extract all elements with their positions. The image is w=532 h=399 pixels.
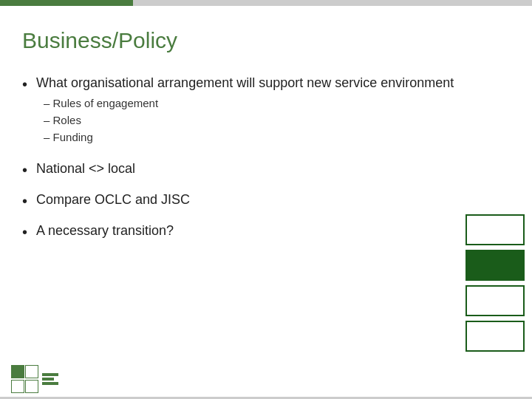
sub-list: Rules of engagement Roles Funding bbox=[36, 97, 510, 143]
list-item: • A necessary transition? bbox=[22, 223, 510, 241]
logo-bars bbox=[42, 373, 58, 385]
color-box-2 bbox=[466, 250, 525, 281]
logo-bar bbox=[42, 382, 58, 385]
sub-list-item: Rules of engagement bbox=[36, 97, 510, 109]
logo-square-outline bbox=[25, 365, 38, 378]
bullet-dot: • bbox=[22, 224, 27, 241]
logo-square-outline bbox=[25, 380, 38, 393]
bullet-text: What organisational arrangement will sup… bbox=[36, 75, 510, 148]
top-bar bbox=[0, 0, 532, 6]
sub-list-item: Roles bbox=[36, 114, 510, 126]
bullet-text: Compare OCLC and JISC bbox=[36, 192, 510, 208]
list-item: • National <> local bbox=[22, 161, 510, 179]
color-box-1 bbox=[466, 214, 525, 245]
color-box-3 bbox=[466, 285, 525, 316]
list-item: • Compare OCLC and JISC bbox=[22, 192, 510, 210]
color-box-4 bbox=[466, 321, 525, 352]
main-content: Business/Policy • What organisational ar… bbox=[22, 15, 510, 362]
bullet-dot: • bbox=[22, 162, 27, 179]
logo-square-outline bbox=[11, 380, 24, 393]
page-title: Business/Policy bbox=[22, 28, 510, 53]
bullet-dot: • bbox=[22, 193, 27, 210]
logo-bar bbox=[42, 373, 58, 376]
oclc-logo bbox=[11, 365, 58, 393]
list-item: • What organisational arrangement will s… bbox=[22, 75, 510, 148]
top-bar-green bbox=[0, 0, 133, 6]
logo-bar bbox=[42, 378, 54, 381]
sub-list-item: Funding bbox=[36, 131, 510, 143]
bullet-text: A necessary transition? bbox=[36, 223, 510, 239]
logo-square-green bbox=[11, 365, 24, 378]
bullet-dot: • bbox=[22, 76, 27, 93]
bullet-list: • What organisational arrangement will s… bbox=[22, 75, 510, 241]
top-bar-gray bbox=[133, 0, 532, 6]
bullet-text: National <> local bbox=[36, 161, 510, 177]
boxes-container bbox=[466, 214, 525, 352]
bottom-logo bbox=[11, 365, 58, 393]
